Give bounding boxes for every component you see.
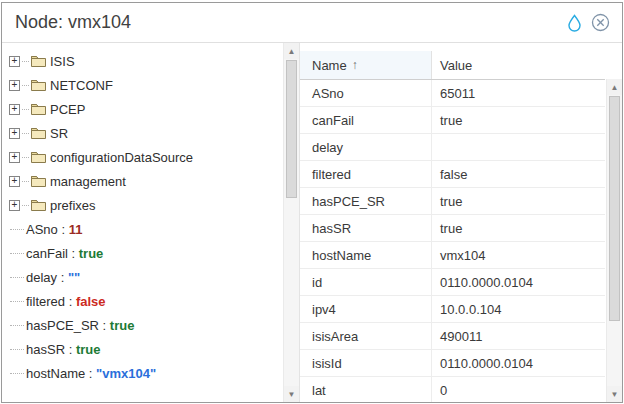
column-header-name[interactable]: Name ↑ [300, 51, 432, 79]
dialog-titlebar: Node: vmx104 [2, 3, 622, 43]
scrollbar-thumb[interactable] [609, 96, 620, 321]
tree-value: true [110, 318, 135, 333]
scrollbar-thumb[interactable] [286, 60, 297, 198]
scroll-up-icon[interactable]: ▲ [607, 79, 622, 95]
folder-icon [31, 175, 46, 187]
tree-label: ASno [26, 222, 58, 237]
value-cell: 490011 [432, 323, 605, 349]
table-row[interactable]: canFailtrue [300, 107, 605, 134]
tree-label: ISIS [50, 54, 75, 69]
table-row[interactable]: ASno65011 [300, 80, 605, 107]
tree-folder-PCEP[interactable]: +PCEP [9, 97, 279, 121]
tree-label: filtered [26, 294, 65, 309]
table-row[interactable]: filteredfalse [300, 161, 605, 188]
column-header-name-label: Name [312, 58, 347, 73]
tree-separator: : [57, 270, 68, 285]
tree-label: NETCONF [50, 78, 113, 93]
name-cell: filtered [300, 161, 432, 187]
table-row[interactable]: delay [300, 134, 605, 161]
tree-connector [22, 205, 29, 206]
tree-value: true [76, 342, 101, 357]
expand-icon[interactable]: + [9, 152, 20, 163]
tree-value: "" [68, 270, 80, 285]
table-row[interactable]: ipv410.0.0.104 [300, 296, 605, 323]
expand-icon[interactable]: + [9, 200, 20, 211]
tree-label: management [50, 174, 126, 189]
name-cell: delay [300, 134, 432, 160]
folder-icon [31, 103, 46, 115]
tree-folder-configurationDataSource[interactable]: +configurationDataSource [9, 145, 279, 169]
table-row[interactable]: lat0 [300, 377, 605, 402]
table-header: Name ↑ Value [300, 51, 605, 80]
value-cell: 0110.0000.0104 [432, 269, 605, 295]
tree-value: 11 [69, 222, 83, 237]
scroll-down-icon[interactable]: ▼ [607, 386, 622, 402]
tree-connector [10, 277, 24, 278]
expand-icon[interactable]: + [9, 56, 20, 67]
tree-label: configurationDataSource [50, 150, 193, 165]
value-cell: true [432, 107, 605, 133]
value-cell: false [432, 161, 605, 187]
name-cell: id [300, 269, 432, 295]
name-cell: lat [300, 377, 432, 402]
name-cell: hostName [300, 242, 432, 268]
tree-folder-management[interactable]: +management [9, 169, 279, 193]
tree-connector [10, 325, 24, 326]
scroll-up-icon[interactable]: ▲ [284, 43, 299, 59]
tree-connector [22, 133, 29, 134]
tree-leaf-canFail[interactable]: canFail : true [9, 241, 279, 265]
tree-connector [22, 61, 29, 62]
tree-leaf-ASno[interactable]: ASno : 11 [9, 217, 279, 241]
tree-separator: : [65, 294, 76, 309]
folder-icon [31, 55, 46, 67]
tree-leaf-hasPCE_SR[interactable]: hasPCE_SR : true [9, 313, 279, 337]
tree-folder-NETCONF[interactable]: +NETCONF [9, 73, 279, 97]
close-icon[interactable] [591, 13, 610, 32]
tree-separator: : [65, 342, 76, 357]
droplet-icon[interactable] [567, 14, 582, 32]
column-header-value[interactable]: Value [432, 51, 605, 79]
tree-label: PCEP [50, 102, 85, 117]
tree-leaf-filtered[interactable]: filtered : false [9, 289, 279, 313]
scroll-down-icon[interactable]: ▼ [284, 386, 299, 402]
tree-value: true [79, 246, 104, 261]
table-pane: Name ↑ Value ASno65011canFailtruedelayfi… [300, 43, 622, 402]
table-scrollbar[interactable]: ▲ ▼ [606, 79, 622, 402]
tree-leaf-delay[interactable]: delay : "" [9, 265, 279, 289]
name-cell: canFail [300, 107, 432, 133]
expand-icon[interactable]: + [9, 80, 20, 91]
value-cell: vmx104 [432, 242, 605, 268]
node-dialog: Node: vmx104 +ISIS+NETCONF+PCEP+SR+confi… [1, 2, 623, 403]
tree-folder-prefixes[interactable]: +prefixes [9, 193, 279, 217]
value-cell: 0 [432, 377, 605, 402]
expand-icon[interactable]: + [9, 128, 20, 139]
expand-icon[interactable]: + [9, 176, 20, 187]
tree-label: hostName [26, 366, 85, 381]
tree-leaf-hasSR[interactable]: hasSR : true [9, 337, 279, 361]
value-cell [432, 134, 605, 160]
folder-icon [31, 151, 46, 163]
expand-icon[interactable]: + [9, 104, 20, 115]
table-row[interactable]: isisId0110.0000.0104 [300, 350, 605, 377]
tree-connector [22, 109, 29, 110]
folder-icon [31, 79, 46, 91]
table-row[interactable]: hasPCE_SRtrue [300, 188, 605, 215]
tree-folder-ISIS[interactable]: +ISIS [9, 49, 279, 73]
tree-label: delay [26, 270, 57, 285]
tree-leaf-hostName[interactable]: hostName : "vmx104" [9, 361, 279, 385]
tree-separator: : [99, 318, 110, 333]
tree-separator: : [85, 366, 96, 381]
tree-label: prefixes [50, 198, 96, 213]
table-row[interactable]: hasSRtrue [300, 215, 605, 242]
tree-value: false [76, 294, 106, 309]
name-cell: ASno [300, 80, 432, 106]
table-row[interactable]: isisArea490011 [300, 323, 605, 350]
tree-label: hasPCE_SR [26, 318, 99, 333]
tree-folder-SR[interactable]: +SR [9, 121, 279, 145]
table-row[interactable]: id0110.0000.0104 [300, 269, 605, 296]
table-row[interactable]: hostNamevmx104 [300, 242, 605, 269]
dialog-body: +ISIS+NETCONF+PCEP+SR+configurationDataS… [2, 43, 622, 402]
tree-connector [22, 157, 29, 158]
tree-connector [22, 181, 29, 182]
tree-scrollbar[interactable]: ▲ ▼ [283, 43, 299, 402]
